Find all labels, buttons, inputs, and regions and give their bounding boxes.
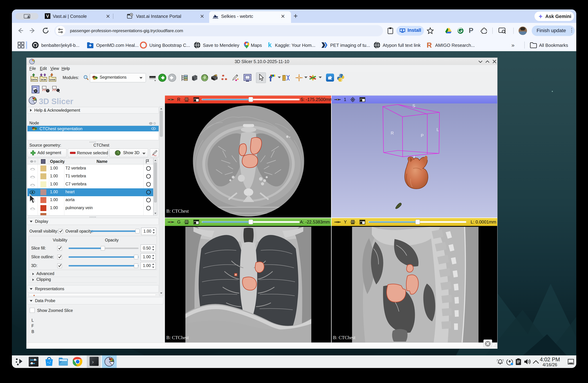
svg-text:R: R [391,131,394,135]
svg-text:DCM: DCM [41,78,46,81]
svg-text:SAVE: SAVE [49,78,56,81]
svg-text:L: L [437,127,439,132]
svg-text:P: P [421,133,424,138]
svg-text:B: CTChest: B: CTChest [166,209,189,214]
svg-text:B: CTChest: B: CTChest [166,335,189,340]
svg-text:B: CTChest: B: CTChest [333,335,356,340]
svg-text:S: S [412,103,415,108]
svg-text:DATA: DATA [31,78,37,81]
